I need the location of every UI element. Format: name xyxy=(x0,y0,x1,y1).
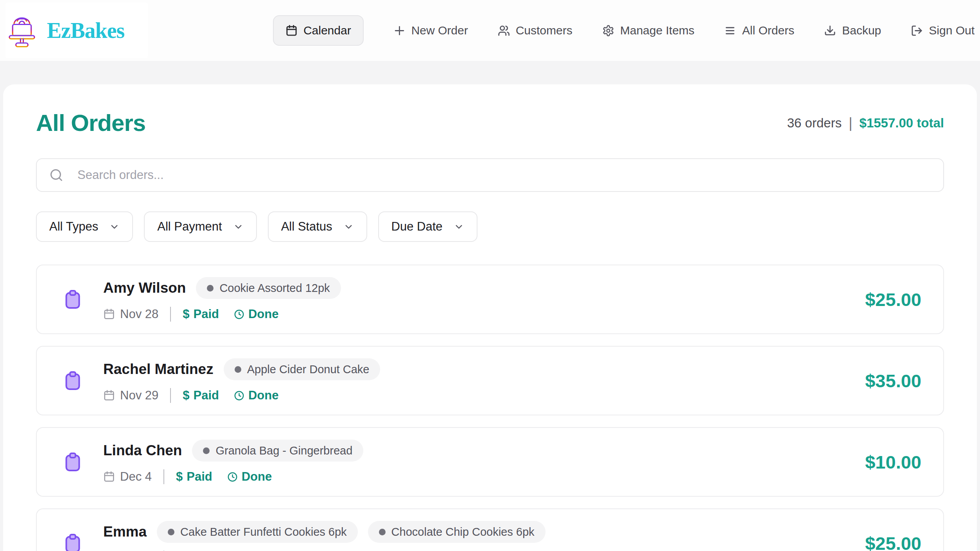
nav-item-label: Sign Out xyxy=(929,24,975,37)
order-item-badge: Cake Batter Funfetti Cookies 6pk xyxy=(157,521,358,543)
filter-all-types[interactable]: All Types xyxy=(36,211,133,242)
filter-due-date[interactable]: Due Date xyxy=(378,211,477,242)
plus-icon xyxy=(393,25,406,37)
filter-row: All Types All Payment All Status Due Dat… xyxy=(36,211,944,242)
filter-label: All Types xyxy=(49,220,98,234)
all-orders-panel: All Orders 36 orders | $1557.00 total Al… xyxy=(3,84,977,551)
dollar-icon: $ xyxy=(183,307,189,321)
order-card[interactable]: Rachel Martinez Apple Cider Donut Cake N… xyxy=(36,346,944,415)
nav-item-label: Calendar xyxy=(303,24,351,37)
nav-item-label: Manage Items xyxy=(620,24,695,37)
nav-item-new-order[interactable]: New Order xyxy=(393,24,468,37)
order-card[interactable]: Linda Chen Granola Bag - Gingerbread Dec… xyxy=(36,427,944,497)
calendar-icon xyxy=(103,471,115,483)
due-date: Dec 4 xyxy=(120,470,152,484)
sign-out-icon xyxy=(911,25,923,37)
customer-name: Emma xyxy=(103,524,147,540)
due-date: Nov 29 xyxy=(120,388,158,403)
nav-item-label: Backup xyxy=(842,24,881,37)
search-icon xyxy=(49,168,63,182)
customer-name: Linda Chen xyxy=(103,442,182,459)
order-status: Done xyxy=(234,388,279,403)
order-card[interactable]: Emma Cake Batter Funfetti Cookies 6pk Ch… xyxy=(36,508,944,551)
search-input[interactable] xyxy=(36,158,944,192)
order-price: $35.00 xyxy=(865,370,921,392)
chevron-down-icon xyxy=(109,222,120,232)
nav-item-manage-items[interactable]: Manage Items xyxy=(602,24,695,37)
users-icon xyxy=(498,25,510,37)
nav-item-sign-out[interactable]: Sign Out xyxy=(911,24,975,37)
customer-name: Rachel Martinez xyxy=(103,361,214,377)
payment-status: $Paid xyxy=(183,307,219,321)
meta-separator xyxy=(170,307,171,322)
calendar-icon xyxy=(285,25,298,37)
item-dot-icon xyxy=(168,529,174,535)
clipboard-icon xyxy=(64,452,81,472)
clock-icon xyxy=(234,309,244,320)
clipboard-icon xyxy=(64,533,81,551)
due-date: Nov 28 xyxy=(120,307,158,321)
chevron-down-icon xyxy=(454,222,464,232)
calendar-icon xyxy=(103,390,115,401)
order-price: $25.00 xyxy=(865,289,921,310)
filter-all-payment[interactable]: All Payment xyxy=(144,211,257,242)
nav-item-backup[interactable]: Backup xyxy=(824,24,881,37)
download-icon xyxy=(824,25,836,37)
orders-list: Amy Wilson Cookie Assorted 12pk Nov 28 $… xyxy=(36,265,944,551)
nav-item-customers[interactable]: Customers xyxy=(498,24,573,37)
orders-total: $1557.00 total xyxy=(860,116,944,131)
chevron-down-icon xyxy=(343,222,354,232)
nav-item-all-orders[interactable]: All Orders xyxy=(724,24,794,37)
calendar-icon xyxy=(103,308,115,320)
meta-separator xyxy=(163,469,164,484)
order-item-badge: Apple Cider Donut Cake xyxy=(224,358,381,380)
clipboard-icon xyxy=(64,370,81,391)
item-label: Cookie Assorted 12pk xyxy=(219,282,330,295)
customer-name: Amy Wilson xyxy=(103,280,186,296)
filter-label: All Payment xyxy=(157,220,222,234)
nav-item-label: New Order xyxy=(411,24,468,37)
nav-item-label: Customers xyxy=(516,24,573,37)
gear-icon xyxy=(602,25,614,37)
list-icon xyxy=(724,25,736,37)
item-dot-icon xyxy=(203,447,210,454)
page-title: All Orders xyxy=(36,109,145,136)
orders-summary: 36 orders | $1557.00 total xyxy=(787,115,944,131)
filter-all-status[interactable]: All Status xyxy=(268,211,367,242)
clipboard-icon xyxy=(64,289,81,309)
nav-item-label: All Orders xyxy=(742,24,794,37)
order-item-badge: Chocolate Chip Cookies 6pk xyxy=(368,521,546,543)
order-status: Done xyxy=(234,307,279,321)
top-navigation-bar: EzBakes Calendar New Order Customers Man… xyxy=(0,0,980,61)
item-label: Cake Batter Funfetti Cookies 6pk xyxy=(180,526,347,538)
cake-logo-icon xyxy=(7,13,37,48)
search-bar xyxy=(36,158,944,192)
summary-separator: | xyxy=(849,115,852,131)
order-count: 36 orders xyxy=(787,116,842,131)
order-item-badge: Cookie Assorted 12pk xyxy=(196,277,341,299)
item-dot-icon xyxy=(207,285,214,292)
payment-status: $Paid xyxy=(183,388,219,403)
brand-logo: EzBakes xyxy=(5,3,148,58)
title-row: All Orders 36 orders | $1557.00 total xyxy=(36,109,944,136)
nav-item-calendar[interactable]: Calendar xyxy=(273,15,364,46)
main-content: All Orders 36 orders | $1557.00 total Al… xyxy=(0,61,980,551)
order-price: $10.00 xyxy=(865,451,921,473)
order-item-badge: Granola Bag - Gingerbread xyxy=(192,440,363,462)
dollar-icon: $ xyxy=(176,470,183,484)
ezbakes-app: EzBakes Calendar New Order Customers Man… xyxy=(0,0,980,551)
chevron-down-icon xyxy=(233,222,244,232)
meta-separator xyxy=(170,388,171,403)
payment-status: $Paid xyxy=(176,470,212,484)
order-card[interactable]: Amy Wilson Cookie Assorted 12pk Nov 28 $… xyxy=(36,265,944,334)
nav-menu: Calendar New Order Customers Manage Item… xyxy=(273,15,976,46)
clock-icon xyxy=(227,472,238,482)
brand-name: EzBakes xyxy=(47,18,124,43)
item-dot-icon xyxy=(235,366,241,373)
item-label: Apple Cider Donut Cake xyxy=(247,363,370,376)
item-dot-icon xyxy=(379,529,386,535)
order-status: Done xyxy=(227,470,272,484)
item-label: Chocolate Chip Cookies 6pk xyxy=(391,526,535,538)
item-label: Granola Bag - Gingerbread xyxy=(215,444,352,457)
order-price: $25.00 xyxy=(865,533,921,551)
